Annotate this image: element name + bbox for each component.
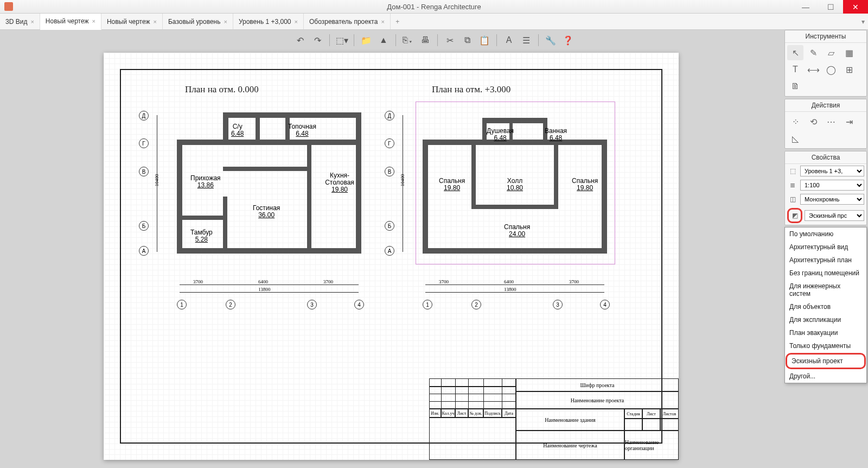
plan-2-title: План на отм. +3.000 — [432, 84, 510, 95]
axis-marker: А — [385, 246, 394, 256]
axis-marker: 3 — [307, 300, 317, 309]
new-tab-button[interactable]: + — [391, 14, 405, 29]
dropdown-item-selected[interactable]: Эскизный проект — [786, 353, 866, 369]
dropdown-item[interactable]: Для инженерных систем — [785, 280, 866, 300]
floorplan-2[interactable]: Душевая6.48 Ванная6.48 Холл10.80 Спальня… — [423, 112, 607, 254]
axis-marker: 2 — [226, 300, 235, 309]
tools-panel-title: Инструменты — [785, 30, 866, 43]
help-button[interactable]: ❓ — [560, 33, 576, 48]
filter-icon: ◩ — [789, 210, 800, 221]
visual-style-select[interactable]: Монохромнь — [800, 194, 864, 205]
close-icon[interactable]: × — [30, 18, 34, 25]
axis-marker: 1 — [177, 300, 187, 309]
filter-select[interactable]: Эскизный прс — [805, 210, 864, 221]
close-icon[interactable]: × — [154, 18, 157, 25]
line-tool[interactable]: ✎ — [805, 45, 821, 60]
filter-highlight: ◩ — [787, 208, 802, 223]
axis-marker: Б — [139, 221, 149, 231]
box-view-button[interactable]: ⬚▾ — [334, 33, 349, 48]
cut-button[interactable]: ✂ — [442, 33, 457, 48]
plan-1-title: План на отм. 0.000 — [185, 84, 259, 95]
axis-marker: В — [139, 167, 149, 176]
mirror-action[interactable]: ⇥ — [841, 114, 857, 129]
dropdown-item[interactable]: План эвакуации — [785, 326, 866, 339]
tab-new-drawing-1[interactable]: Новый чертеж× — [40, 14, 101, 30]
open-button[interactable]: 📁 — [359, 33, 374, 48]
close-icon[interactable]: × — [224, 18, 227, 25]
scale-icon: ≣ — [787, 180, 798, 191]
rect-tool[interactable]: ▱ — [823, 45, 839, 60]
axis-marker: 1 — [423, 300, 432, 309]
tabs-overflow-icon[interactable]: ▾ — [861, 18, 865, 26]
level-select[interactable]: Уровень 1 +3, — [800, 166, 864, 176]
dropdown-item[interactable]: По умолчанию — [785, 227, 866, 241]
undo-button[interactable]: ↶ — [292, 33, 308, 48]
axis-marker: 3 — [553, 300, 563, 309]
axis-marker: Б — [385, 221, 394, 231]
dropdown-item[interactable]: Для экспликации — [785, 313, 866, 326]
copy-button[interactable]: ⧉ — [459, 33, 475, 48]
tab-new-drawing-2[interactable]: Новый чертеж× — [101, 14, 163, 29]
app-icon — [4, 2, 13, 11]
tab-level-1-3000[interactable]: Уровень 1 +3,000× — [233, 14, 304, 29]
axis-marker: Г — [139, 138, 149, 148]
axis-marker: 2 — [471, 300, 481, 309]
table-tool[interactable]: ⊞ — [841, 62, 857, 77]
actions-panel-title: Действия — [785, 99, 866, 112]
axis-marker: А — [139, 246, 149, 256]
properties-panel: Свойства ⬚ Уровень 1 +3, ≣ 1:100 ◫ Монох… — [784, 151, 867, 225]
properties-panel-title: Свойства — [785, 151, 866, 164]
actions-panel: Действия ⁘ ⟲ ⋯ ⇥ ◺ — [784, 99, 867, 149]
dropdown-item[interactable]: Только фундаменты — [785, 339, 866, 352]
circle-tool[interactable]: ◯ — [823, 62, 839, 77]
level-icon: ⬚ — [787, 166, 798, 176]
sheet-tool[interactable]: 🗎 — [787, 79, 803, 94]
hatch-tool[interactable]: ▦ — [841, 45, 857, 60]
dropdown-item[interactable]: Без границ помещений — [785, 267, 866, 280]
filter-dropdown[interactable]: По умолчанию Архитектурный вид Архитекту… — [784, 227, 867, 383]
text-tool[interactable]: T — [787, 62, 803, 77]
window-title: Дом-001 - Renga Architecture — [387, 3, 481, 11]
dropdown-item[interactable]: Архитектурный план — [785, 254, 866, 267]
export-button[interactable]: ⎘▾ — [400, 33, 416, 48]
maximize-button[interactable]: ☐ — [818, 0, 843, 14]
minimize-button[interactable]: — — [793, 0, 818, 14]
close-icon[interactable]: × — [92, 18, 95, 24]
document-tabs: 3D Вид× Новый чертеж× Новый чертеж× Базо… — [0, 14, 868, 30]
dropdown-item[interactable]: Архитектурный вид — [785, 241, 866, 254]
floorplan-1[interactable]: С/у6.48 Топочная6.48 Прихожая13.86 Кухня… — [177, 112, 361, 254]
rotate-action[interactable]: ⟲ — [805, 114, 821, 129]
move-action[interactable]: ⁘ — [787, 114, 803, 129]
dimension-tool[interactable]: ⟷ — [805, 62, 821, 77]
axis-marker: Г — [385, 138, 394, 148]
tab-project-browser[interactable]: Обозреватель проекта× — [304, 14, 391, 29]
axis-marker: 4 — [600, 300, 610, 309]
list-button[interactable]: ☰ — [519, 33, 534, 48]
close-button[interactable]: ✕ — [843, 0, 868, 14]
drawing-canvas[interactable]: План на отм. 0.000 План на отм. +3.000 Д… — [0, 50, 782, 468]
tools-panel: Инструменты ↖ ✎ ▱ ▦ T ⟷ ◯ ⊞ 🗎 — [784, 30, 867, 97]
print-button[interactable]: 🖶 — [418, 33, 433, 48]
visual-style-icon: ◫ — [787, 194, 798, 205]
close-icon[interactable]: × — [381, 18, 384, 25]
drawing-sheet[interactable]: План на отм. 0.000 План на отм. +3.000 Д… — [104, 53, 679, 460]
axis-marker: В — [385, 167, 394, 176]
settings-button[interactable]: 🔧 — [543, 33, 558, 48]
axis-marker: Д — [139, 111, 149, 121]
dropdown-item[interactable]: Другой... — [785, 370, 866, 383]
close-icon[interactable]: × — [295, 18, 298, 25]
titlebar: Дом-001 - Renga Architecture — ☐ ✕ — [0, 0, 868, 14]
title-block: Изм. Кол.уч Лист № док. Подпись Дата Шиф… — [429, 378, 679, 460]
tab-base-level[interactable]: Базовый уровень× — [163, 14, 233, 29]
paste-button[interactable]: 📋 — [477, 33, 492, 48]
copy-linear-action[interactable]: ⋯ — [823, 114, 839, 129]
text-style-button[interactable]: A — [501, 33, 516, 48]
redo-button[interactable]: ↷ — [310, 33, 325, 48]
scale-select[interactable]: 1:100 — [800, 180, 864, 191]
axis-marker: Д — [385, 111, 394, 121]
tab-3d-view[interactable]: 3D Вид× — [0, 14, 40, 29]
select-tool[interactable]: ↖ — [787, 45, 803, 60]
trim-action[interactable]: ◺ — [787, 131, 803, 146]
save-button[interactable]: ▲ — [376, 33, 391, 48]
dropdown-item[interactable]: Для объектов — [785, 300, 866, 313]
